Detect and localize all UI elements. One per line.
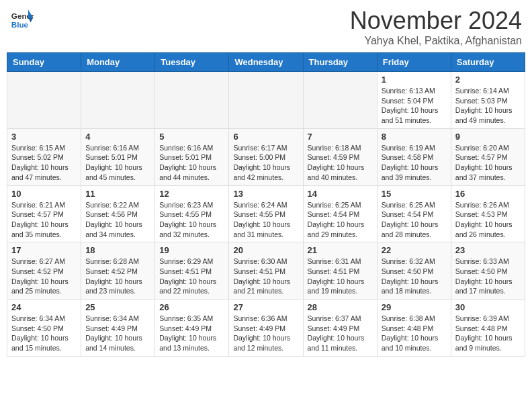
calendar-cell: 18Sunrise: 6:28 AM Sunset: 4:52 PM Dayli… (81, 242, 155, 300)
day-number: 23 (455, 245, 521, 255)
calendar-cell: 29Sunrise: 6:38 AM Sunset: 4:48 PM Dayli… (377, 300, 451, 357)
day-number: 2 (455, 75, 521, 85)
weekday-header-tuesday: Tuesday (155, 53, 229, 72)
calendar-cell: 15Sunrise: 6:25 AM Sunset: 4:54 PM Dayli… (377, 185, 451, 242)
day-info: Sunrise: 6:33 AM Sunset: 4:50 PM Dayligh… (455, 257, 521, 296)
day-number: 5 (159, 132, 224, 142)
day-info: Sunrise: 6:23 AM Sunset: 4:55 PM Dayligh… (159, 200, 224, 240)
calendar-cell: 17Sunrise: 6:27 AM Sunset: 4:52 PM Dayli… (7, 242, 81, 300)
day-info: Sunrise: 6:34 AM Sunset: 4:50 PM Dayligh… (11, 314, 77, 353)
day-info: Sunrise: 6:35 AM Sunset: 4:49 PM Dayligh… (159, 314, 224, 353)
day-info: Sunrise: 6:17 AM Sunset: 5:00 PM Dayligh… (233, 143, 298, 183)
calendar-cell: 28Sunrise: 6:37 AM Sunset: 4:49 PM Dayli… (303, 300, 377, 357)
calendar-cell: 8Sunrise: 6:19 AM Sunset: 4:58 PM Daylig… (377, 128, 451, 185)
day-number: 4 (85, 132, 150, 142)
day-number: 27 (233, 302, 298, 312)
svg-text:Blue: Blue (11, 20, 29, 29)
logo-icon: General Blue (10, 7, 34, 31)
calendar-cell: 5Sunrise: 6:16 AM Sunset: 5:01 PM Daylig… (155, 128, 229, 185)
calendar-week-4: 17Sunrise: 6:27 AM Sunset: 4:52 PM Dayli… (7, 242, 525, 300)
day-info: Sunrise: 6:25 AM Sunset: 4:54 PM Dayligh… (308, 200, 373, 240)
day-number: 7 (308, 132, 373, 142)
weekday-header-monday: Monday (81, 53, 155, 72)
day-info: Sunrise: 6:28 AM Sunset: 4:52 PM Dayligh… (85, 257, 150, 296)
calendar-cell (155, 72, 229, 129)
calendar-cell: 27Sunrise: 6:36 AM Sunset: 4:49 PM Dayli… (229, 300, 303, 357)
day-info: Sunrise: 6:36 AM Sunset: 4:49 PM Dayligh… (233, 314, 298, 353)
calendar-cell: 2Sunrise: 6:14 AM Sunset: 5:03 PM Daylig… (451, 72, 525, 129)
day-info: Sunrise: 6:22 AM Sunset: 4:56 PM Dayligh… (85, 200, 150, 240)
weekday-header-sunday: Sunday (7, 53, 81, 72)
calendar-week-2: 3Sunrise: 6:15 AM Sunset: 5:02 PM Daylig… (7, 128, 525, 185)
day-info: Sunrise: 6:16 AM Sunset: 5:01 PM Dayligh… (85, 143, 150, 183)
calendar-cell: 6Sunrise: 6:17 AM Sunset: 5:00 PM Daylig… (229, 128, 303, 185)
day-info: Sunrise: 6:26 AM Sunset: 4:53 PM Dayligh… (455, 200, 521, 240)
day-number: 25 (85, 302, 150, 312)
calendar-cell: 19Sunrise: 6:29 AM Sunset: 4:51 PM Dayli… (155, 242, 229, 300)
day-info: Sunrise: 6:39 AM Sunset: 4:48 PM Dayligh… (455, 314, 521, 353)
day-number: 24 (11, 302, 77, 312)
day-info: Sunrise: 6:32 AM Sunset: 4:50 PM Dayligh… (382, 257, 447, 296)
day-info: Sunrise: 6:14 AM Sunset: 5:03 PM Dayligh… (455, 86, 521, 126)
calendar-cell (229, 72, 303, 129)
day-number: 13 (233, 189, 298, 199)
day-info: Sunrise: 6:29 AM Sunset: 4:51 PM Dayligh… (159, 257, 224, 296)
calendar-cell: 25Sunrise: 6:34 AM Sunset: 4:49 PM Dayli… (81, 300, 155, 357)
day-number: 19 (159, 245, 224, 255)
calendar-cell: 30Sunrise: 6:39 AM Sunset: 4:48 PM Dayli… (451, 300, 525, 357)
day-info: Sunrise: 6:20 AM Sunset: 4:57 PM Dayligh… (455, 143, 521, 183)
day-info: Sunrise: 6:15 AM Sunset: 5:02 PM Dayligh… (11, 143, 77, 183)
calendar-week-5: 24Sunrise: 6:34 AM Sunset: 4:50 PM Dayli… (7, 300, 525, 357)
calendar-cell: 26Sunrise: 6:35 AM Sunset: 4:49 PM Dayli… (155, 300, 229, 357)
day-number: 30 (455, 302, 521, 312)
location-title: Yahya Khel, Paktika, Afghanistan (350, 35, 522, 47)
day-number: 1 (382, 75, 447, 85)
day-number: 17 (11, 245, 77, 255)
day-info: Sunrise: 6:13 AM Sunset: 5:04 PM Dayligh… (382, 86, 447, 126)
day-info: Sunrise: 6:25 AM Sunset: 4:54 PM Dayligh… (382, 200, 447, 240)
calendar-cell: 9Sunrise: 6:20 AM Sunset: 4:57 PM Daylig… (451, 128, 525, 185)
day-info: Sunrise: 6:19 AM Sunset: 4:58 PM Dayligh… (382, 143, 447, 183)
day-number: 26 (159, 302, 224, 312)
calendar-cell: 22Sunrise: 6:32 AM Sunset: 4:50 PM Dayli… (377, 242, 451, 300)
day-number: 28 (308, 302, 373, 312)
day-number: 10 (11, 189, 77, 199)
calendar-cell (81, 72, 155, 129)
calendar-week-1: 1Sunrise: 6:13 AM Sunset: 5:04 PM Daylig… (7, 72, 525, 129)
day-info: Sunrise: 6:37 AM Sunset: 4:49 PM Dayligh… (308, 314, 373, 353)
day-number: 12 (159, 189, 224, 199)
weekday-header-friday: Friday (377, 53, 451, 72)
day-number: 29 (382, 302, 447, 312)
day-number: 8 (382, 132, 447, 142)
day-info: Sunrise: 6:18 AM Sunset: 4:59 PM Dayligh… (308, 143, 373, 183)
logo: General Blue (10, 7, 34, 31)
page-header: General Blue November 2024 Yahya Khel, P… (7, 7, 525, 47)
calendar-cell (303, 72, 377, 129)
calendar-cell: 3Sunrise: 6:15 AM Sunset: 5:02 PM Daylig… (7, 128, 81, 185)
day-number: 6 (233, 132, 298, 142)
day-number: 15 (382, 189, 447, 199)
day-info: Sunrise: 6:30 AM Sunset: 4:51 PM Dayligh… (233, 257, 298, 296)
calendar-cell: 23Sunrise: 6:33 AM Sunset: 4:50 PM Dayli… (451, 242, 525, 300)
day-number: 21 (308, 245, 373, 255)
day-info: Sunrise: 6:16 AM Sunset: 5:01 PM Dayligh… (159, 143, 224, 183)
day-info: Sunrise: 6:31 AM Sunset: 4:51 PM Dayligh… (308, 257, 373, 296)
calendar-cell: 16Sunrise: 6:26 AM Sunset: 4:53 PM Dayli… (451, 185, 525, 242)
day-info: Sunrise: 6:38 AM Sunset: 4:48 PM Dayligh… (382, 314, 447, 353)
calendar-cell: 4Sunrise: 6:16 AM Sunset: 5:01 PM Daylig… (81, 128, 155, 185)
day-info: Sunrise: 6:21 AM Sunset: 4:57 PM Dayligh… (11, 200, 77, 240)
day-number: 16 (455, 189, 521, 199)
calendar-cell (7, 72, 81, 129)
calendar-cell: 12Sunrise: 6:23 AM Sunset: 4:55 PM Dayli… (155, 185, 229, 242)
weekday-header-thursday: Thursday (303, 53, 377, 72)
calendar-cell: 20Sunrise: 6:30 AM Sunset: 4:51 PM Dayli… (229, 242, 303, 300)
day-info: Sunrise: 6:34 AM Sunset: 4:49 PM Dayligh… (85, 314, 150, 353)
day-number: 22 (382, 245, 447, 255)
calendar-cell: 7Sunrise: 6:18 AM Sunset: 4:59 PM Daylig… (303, 128, 377, 185)
day-number: 9 (455, 132, 521, 142)
calendar-cell: 24Sunrise: 6:34 AM Sunset: 4:50 PM Dayli… (7, 300, 81, 357)
calendar-cell: 11Sunrise: 6:22 AM Sunset: 4:56 PM Dayli… (81, 185, 155, 242)
calendar-cell: 14Sunrise: 6:25 AM Sunset: 4:54 PM Dayli… (303, 185, 377, 242)
weekday-header-wednesday: Wednesday (229, 53, 303, 72)
day-number: 3 (11, 132, 77, 142)
